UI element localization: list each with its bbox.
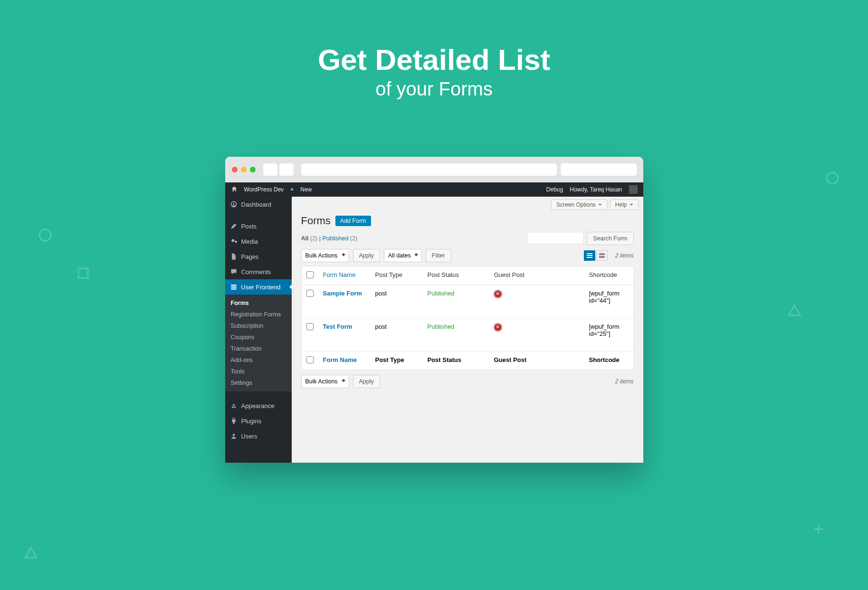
debug-link[interactable]: Debug [546, 186, 563, 193]
submenu-addons[interactable]: Add-ons [225, 354, 292, 366]
menu-media-label: Media [241, 238, 258, 245]
col-guest-post: Guest Post [489, 266, 584, 285]
status-published[interactable]: Published [322, 235, 348, 242]
svg-rect-2 [78, 268, 88, 278]
svg-rect-9 [587, 253, 592, 254]
form-name-link[interactable]: Sample Form [323, 290, 362, 297]
col-post-type: Post Type [371, 266, 423, 285]
address-bar[interactable] [301, 163, 557, 176]
table-row: Test Form post Published ✕ [wpuf_form id… [301, 318, 633, 352]
status-all[interactable]: All [301, 235, 309, 242]
table-row: Sample Form post Published ✕ [wpuf_form … [301, 285, 633, 318]
submenu-user-frontend: Forms Registration Forms Subscription Co… [225, 295, 292, 391]
col-form-name[interactable]: Form Name [323, 271, 356, 278]
svg-rect-7 [231, 288, 236, 289]
items-count-top: 2 items [615, 252, 634, 259]
menu-pages[interactable]: Pages [225, 249, 292, 264]
col-post-type-foot: Post Type [371, 352, 423, 370]
menu-plugins[interactable]: Plugins [225, 413, 292, 428]
menu-media[interactable]: Media [225, 234, 292, 249]
bulk-actions-select-bottom[interactable]: Bulk Actions [301, 375, 349, 388]
view-excerpt-button[interactable] [596, 250, 608, 261]
col-guest-post-foot: Guest Post [489, 352, 584, 370]
hero-subtitle: of your Forms [0, 78, 868, 100]
cell-status: Published [428, 323, 455, 330]
apply-button-top[interactable]: Apply [353, 249, 380, 262]
svg-rect-6 [231, 286, 236, 287]
hero: Get Detailed List of your Forms [0, 0, 868, 100]
site-link[interactable]: WordPress Dev [244, 186, 284, 193]
menu-posts[interactable]: Posts [225, 219, 292, 234]
close-dot[interactable] [232, 167, 238, 172]
main-content: Screen Options Help Forms Add Form All (… [292, 197, 643, 463]
menu-comments-label: Comments [241, 268, 271, 276]
plus-icon: + [290, 186, 294, 193]
menu-user-frontend[interactable]: User Frontend [225, 279, 292, 295]
menu-plugins-label: Plugins [241, 418, 262, 425]
nav-buttons [263, 163, 294, 176]
browser-titlebar [225, 157, 643, 182]
bulk-actions-select[interactable]: Bulk Actions [301, 249, 349, 262]
svg-point-8 [232, 434, 235, 436]
forms-table: Form Name Post Type Post Status Guest Po… [301, 266, 634, 370]
date-filter-select[interactable]: All dates [384, 249, 422, 262]
status-filter-links: All (2) | Published (2) [301, 235, 358, 242]
svg-rect-5 [231, 285, 236, 285]
row-checkbox[interactable] [306, 290, 314, 297]
add-form-button[interactable]: Add Form [335, 216, 371, 226]
view-list-button[interactable] [584, 250, 595, 261]
search-bar[interactable] [561, 163, 637, 176]
hero-title: Get Detailed List [0, 43, 868, 76]
svg-rect-10 [587, 255, 592, 256]
menu-appearance-label: Appearance [241, 402, 275, 409]
submenu-subscription[interactable]: Subscription [225, 320, 292, 332]
row-checkbox[interactable] [306, 323, 314, 330]
guest-post-no-icon: ✕ [494, 324, 502, 331]
cell-post-type: post [371, 318, 423, 352]
items-count-bottom: 2 items [615, 378, 634, 385]
menu-appearance[interactable]: Appearance [225, 398, 292, 413]
zoom-dot[interactable] [250, 167, 256, 172]
menu-user-frontend-label: User Frontend [241, 284, 281, 291]
menu-dashboard-label: Dashboard [241, 201, 272, 208]
minimize-dot[interactable] [241, 167, 247, 172]
howdy-link[interactable]: Howdy, Tareq Hasan [570, 186, 622, 193]
cell-shortcode: [wpuf_form id="44"] [584, 285, 634, 318]
select-all-top[interactable] [306, 271, 314, 278]
nav-back[interactable] [263, 163, 277, 176]
submenu-settings[interactable]: Settings [225, 377, 292, 389]
submenu-coupons[interactable]: Coupons [225, 332, 292, 343]
help-button[interactable]: Help [610, 200, 639, 210]
submenu-forms[interactable]: Forms [225, 297, 292, 309]
apply-button-bottom[interactable]: Apply [353, 375, 380, 388]
menu-users[interactable]: Users [225, 428, 292, 444]
col-form-name-foot[interactable]: Form Name [323, 356, 357, 363]
col-post-status-foot: Post Status [423, 352, 489, 370]
svg-marker-4 [25, 548, 37, 558]
guest-post-no-icon: ✕ [494, 290, 502, 298]
page-title: Forms [301, 215, 331, 227]
submenu-transaction[interactable]: Transaction [225, 343, 292, 354]
wp-admin-bar: WordPress Dev + New Debug Howdy, Tareq H… [225, 182, 643, 197]
menu-dashboard[interactable]: Dashboard [225, 197, 292, 212]
menu-comments[interactable]: Comments [225, 264, 292, 279]
browser-window: WordPress Dev + New Debug Howdy, Tareq H… [225, 157, 643, 463]
submenu-registration[interactable]: Registration Forms [225, 309, 292, 320]
nav-forward[interactable] [279, 163, 294, 176]
form-name-link[interactable]: Test Form [323, 323, 353, 330]
filter-button[interactable]: Filter [426, 249, 451, 262]
col-shortcode-foot: Shortcode [584, 352, 634, 370]
menu-users-label: Users [241, 433, 258, 440]
svg-point-1 [827, 172, 838, 184]
screen-options-button[interactable]: Screen Options [551, 200, 607, 210]
new-link[interactable]: New [300, 186, 312, 193]
menu-pages-label: Pages [241, 253, 259, 260]
select-all-bottom[interactable] [306, 356, 314, 363]
submenu-tools[interactable]: Tools [225, 366, 292, 377]
avatar [629, 185, 638, 194]
search-button[interactable]: Search Form [587, 232, 633, 245]
search-input[interactable] [527, 232, 584, 244]
caret-down-icon [598, 204, 602, 208]
svg-marker-3 [789, 305, 800, 315]
home-icon [231, 186, 238, 194]
